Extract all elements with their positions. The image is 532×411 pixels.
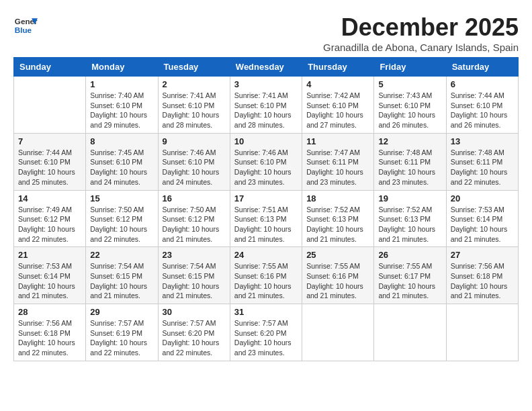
day-number: 5 — [378, 79, 441, 89]
day-number: 24 — [234, 250, 298, 260]
calendar-cell: 14Sunrise: 7:49 AMSunset: 6:12 PMDayligh… — [14, 190, 86, 247]
day-info: Sunrise: 7:54 AMSunset: 6:15 PMDaylight:… — [90, 261, 153, 301]
calendar-cell: 16Sunrise: 7:50 AMSunset: 6:12 PMDayligh… — [158, 190, 230, 247]
day-number: 1 — [90, 79, 153, 89]
calendar-cell — [14, 77, 86, 134]
day-info: Sunrise: 7:57 AMSunset: 6:20 PMDaylight:… — [163, 318, 226, 358]
week-row-4: 28Sunrise: 7:56 AMSunset: 6:18 PMDayligh… — [14, 304, 519, 361]
day-info: Sunrise: 7:53 AMSunset: 6:14 PMDaylight:… — [451, 205, 514, 244]
day-number: 13 — [451, 136, 514, 146]
day-number: 18 — [306, 193, 369, 203]
calendar-cell: 25Sunrise: 7:55 AMSunset: 6:16 PMDayligh… — [302, 247, 374, 304]
day-info: Sunrise: 7:51 AMSunset: 6:13 PMDaylight:… — [234, 205, 298, 244]
day-info: Sunrise: 7:57 AMSunset: 6:20 PMDaylight:… — [234, 318, 298, 358]
calendar-cell: 31Sunrise: 7:57 AMSunset: 6:20 PMDayligh… — [230, 304, 302, 361]
calendar-cell: 4Sunrise: 7:42 AMSunset: 6:10 PMDaylight… — [302, 77, 374, 134]
header-thursday: Thursday — [302, 58, 374, 77]
day-info: Sunrise: 7:48 AMSunset: 6:11 PMDaylight:… — [378, 148, 441, 187]
day-number: 26 — [378, 250, 441, 260]
header-wednesday: Wednesday — [230, 58, 302, 77]
day-info: Sunrise: 7:45 AMSunset: 6:10 PMDaylight:… — [90, 148, 153, 187]
day-info: Sunrise: 7:55 AMSunset: 6:17 PMDaylight:… — [378, 261, 441, 301]
calendar-cell: 18Sunrise: 7:52 AMSunset: 6:13 PMDayligh… — [302, 190, 374, 247]
day-info: Sunrise: 7:55 AMSunset: 6:16 PMDaylight:… — [306, 261, 369, 301]
calendar-cell: 30Sunrise: 7:57 AMSunset: 6:20 PMDayligh… — [158, 304, 230, 361]
day-info: Sunrise: 7:55 AMSunset: 6:16 PMDaylight:… — [234, 261, 298, 301]
calendar-cell: 11Sunrise: 7:47 AMSunset: 6:11 PMDayligh… — [302, 133, 374, 190]
calendar-cell: 19Sunrise: 7:52 AMSunset: 6:13 PMDayligh… — [374, 190, 446, 247]
calendar-cell: 26Sunrise: 7:55 AMSunset: 6:17 PMDayligh… — [374, 247, 446, 304]
day-info: Sunrise: 7:41 AMSunset: 6:10 PMDaylight:… — [234, 91, 298, 130]
day-number: 23 — [163, 250, 226, 260]
calendar-table: SundayMondayTuesdayWednesdayThursdayFrid… — [13, 57, 519, 361]
day-info: Sunrise: 7:46 AMSunset: 6:10 PMDaylight:… — [234, 148, 298, 187]
calendar-cell: 17Sunrise: 7:51 AMSunset: 6:13 PMDayligh… — [230, 190, 302, 247]
day-info: Sunrise: 7:52 AMSunset: 6:13 PMDaylight:… — [378, 205, 441, 244]
day-info: Sunrise: 7:42 AMSunset: 6:10 PMDaylight:… — [306, 91, 369, 130]
logo: General Blue — [13, 13, 38, 38]
day-number: 15 — [90, 193, 153, 203]
day-number: 30 — [163, 307, 226, 317]
day-number: 25 — [306, 250, 369, 260]
day-number: 10 — [234, 136, 298, 146]
day-number: 8 — [90, 136, 153, 146]
day-info: Sunrise: 7:43 AMSunset: 6:10 PMDaylight:… — [378, 91, 441, 130]
day-number: 14 — [18, 193, 81, 203]
day-info: Sunrise: 7:44 AMSunset: 6:10 PMDaylight:… — [451, 91, 514, 130]
calendar-header-row: SundayMondayTuesdayWednesdayThursdayFrid… — [14, 58, 519, 77]
week-row-2: 14Sunrise: 7:49 AMSunset: 6:12 PMDayligh… — [14, 190, 519, 247]
header-tuesday: Tuesday — [158, 58, 230, 77]
day-info: Sunrise: 7:48 AMSunset: 6:11 PMDaylight:… — [451, 148, 514, 187]
calendar-cell: 20Sunrise: 7:53 AMSunset: 6:14 PMDayligh… — [446, 190, 518, 247]
calendar-cell — [374, 304, 446, 361]
day-number: 4 — [306, 79, 369, 89]
day-number: 19 — [378, 193, 441, 203]
day-info: Sunrise: 7:50 AMSunset: 6:12 PMDaylight:… — [163, 205, 226, 244]
calendar-cell: 22Sunrise: 7:54 AMSunset: 6:15 PMDayligh… — [86, 247, 158, 304]
calendar-cell: 13Sunrise: 7:48 AMSunset: 6:11 PMDayligh… — [446, 133, 518, 190]
calendar-cell: 27Sunrise: 7:56 AMSunset: 6:18 PMDayligh… — [446, 247, 518, 304]
day-number: 27 — [451, 250, 514, 260]
day-info: Sunrise: 7:56 AMSunset: 6:18 PMDaylight:… — [18, 318, 81, 358]
title-area: December 2025 Granadilla de Abona, Canar… — [323, 13, 519, 53]
calendar-cell: 3Sunrise: 7:41 AMSunset: 6:10 PMDaylight… — [230, 77, 302, 134]
calendar-cell: 7Sunrise: 7:44 AMSunset: 6:10 PMDaylight… — [14, 133, 86, 190]
week-row-3: 21Sunrise: 7:53 AMSunset: 6:14 PMDayligh… — [14, 247, 519, 304]
day-number: 16 — [163, 193, 226, 203]
day-info: Sunrise: 7:49 AMSunset: 6:12 PMDaylight:… — [18, 205, 81, 244]
day-info: Sunrise: 7:47 AMSunset: 6:11 PMDaylight:… — [306, 148, 369, 187]
day-number: 9 — [163, 136, 226, 146]
calendar-cell: 8Sunrise: 7:45 AMSunset: 6:10 PMDaylight… — [86, 133, 158, 190]
header-saturday: Saturday — [446, 58, 518, 77]
calendar-cell: 2Sunrise: 7:41 AMSunset: 6:10 PMDaylight… — [158, 77, 230, 134]
day-number: 29 — [90, 307, 153, 317]
day-info: Sunrise: 7:53 AMSunset: 6:14 PMDaylight:… — [18, 261, 81, 301]
calendar-cell: 24Sunrise: 7:55 AMSunset: 6:16 PMDayligh… — [230, 247, 302, 304]
header-friday: Friday — [374, 58, 446, 77]
calendar-cell — [302, 304, 374, 361]
day-number: 21 — [18, 250, 81, 260]
day-info: Sunrise: 7:40 AMSunset: 6:10 PMDaylight:… — [90, 91, 153, 130]
location-subtitle: Granadilla de Abona, Canary Islands, Spa… — [323, 42, 519, 53]
calendar-cell: 1Sunrise: 7:40 AMSunset: 6:10 PMDaylight… — [86, 77, 158, 134]
month-title: December 2025 — [323, 13, 519, 42]
day-info: Sunrise: 7:46 AMSunset: 6:10 PMDaylight:… — [163, 148, 226, 187]
day-number: 22 — [90, 250, 153, 260]
day-info: Sunrise: 7:41 AMSunset: 6:10 PMDaylight:… — [163, 91, 226, 130]
day-info: Sunrise: 7:56 AMSunset: 6:18 PMDaylight:… — [451, 261, 514, 301]
day-number: 7 — [18, 136, 81, 146]
day-number: 12 — [378, 136, 441, 146]
day-info: Sunrise: 7:54 AMSunset: 6:15 PMDaylight:… — [163, 261, 226, 301]
day-info: Sunrise: 7:44 AMSunset: 6:10 PMDaylight:… — [18, 148, 81, 187]
calendar-cell: 15Sunrise: 7:50 AMSunset: 6:12 PMDayligh… — [86, 190, 158, 247]
calendar-cell: 23Sunrise: 7:54 AMSunset: 6:15 PMDayligh… — [158, 247, 230, 304]
calendar-cell: 10Sunrise: 7:46 AMSunset: 6:10 PMDayligh… — [230, 133, 302, 190]
calendar-cell: 29Sunrise: 7:57 AMSunset: 6:19 PMDayligh… — [86, 304, 158, 361]
day-number: 3 — [234, 79, 298, 89]
page-header: General Blue December 2025 Granadilla de… — [13, 13, 519, 53]
day-info: Sunrise: 7:57 AMSunset: 6:19 PMDaylight:… — [90, 318, 153, 358]
week-row-0: 1Sunrise: 7:40 AMSunset: 6:10 PMDaylight… — [14, 77, 519, 134]
calendar-cell — [446, 304, 518, 361]
calendar-cell: 6Sunrise: 7:44 AMSunset: 6:10 PMDaylight… — [446, 77, 518, 134]
day-info: Sunrise: 7:52 AMSunset: 6:13 PMDaylight:… — [306, 205, 369, 244]
